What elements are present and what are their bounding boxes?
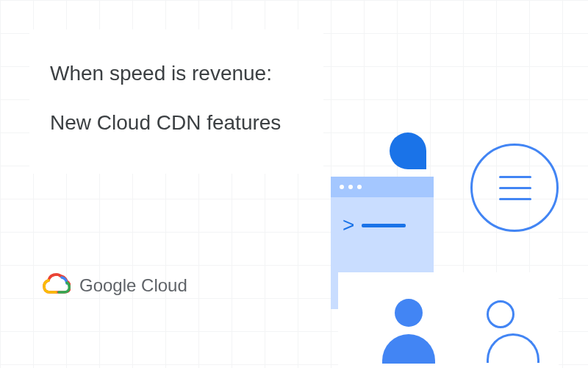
menu-circle-icon xyxy=(470,144,559,232)
person-outline-icon xyxy=(487,300,539,363)
google-cloud-icon xyxy=(43,272,71,299)
brand-logo: Google Cloud xyxy=(43,272,187,299)
quarter-circle-icon xyxy=(390,132,426,169)
person-solid-icon xyxy=(382,299,435,364)
title-line-2: New Cloud CDN features xyxy=(50,108,303,137)
brand-name: Google Cloud xyxy=(79,275,187,296)
title-card: When speed is revenue: New Cloud CDN fea… xyxy=(29,29,323,174)
title-line-1: When speed is revenue: xyxy=(50,59,303,88)
people-illustration xyxy=(338,291,588,368)
